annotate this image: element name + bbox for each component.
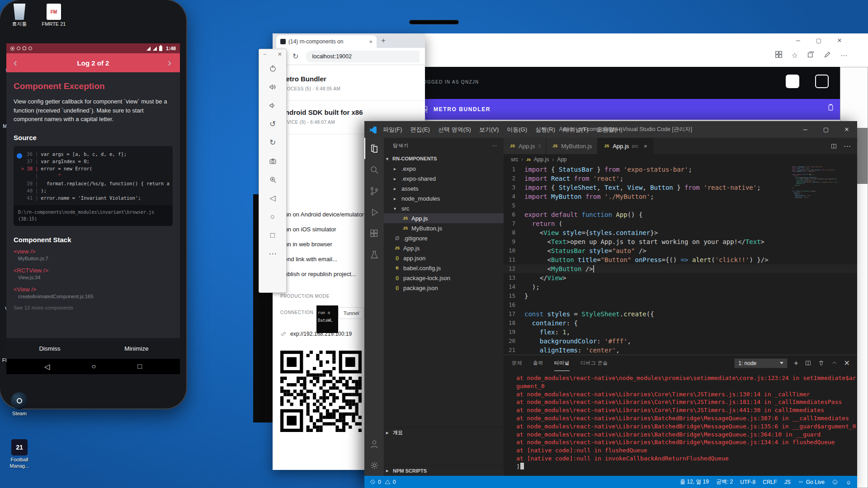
search-icon[interactable]	[364, 159, 384, 180]
home-button[interactable]: ○	[259, 207, 286, 226]
indentation[interactable]: 공백: 2	[716, 478, 733, 486]
warnings-indicator[interactable]: 0	[385, 479, 396, 485]
run-debug-icon[interactable]	[364, 202, 384, 223]
nav-overview-icon[interactable]: □	[137, 362, 142, 371]
desktop-icon-recycle[interactable]: 휴지통	[2, 4, 37, 28]
next-log-icon[interactable]: ›	[168, 57, 173, 68]
annotate-pen-icon[interactable]	[824, 51, 831, 60]
errors-indicator[interactable]: 0	[370, 479, 381, 485]
minimize-button[interactable]: Minimize	[93, 345, 180, 352]
minimize-icon[interactable]: ─	[788, 33, 808, 47]
terminal-select[interactable]: 1: node	[734, 358, 788, 368]
more-actions-icon[interactable]: ⋯	[844, 142, 851, 150]
breadcrumb-item[interactable]: App.js	[534, 156, 549, 163]
test-flask-icon[interactable]	[364, 244, 384, 265]
power-button[interactable]	[259, 59, 286, 78]
encoding[interactable]: UTF-8	[740, 479, 755, 485]
panel-tab-디버그 콘솔[interactable]: 디버그 콘솔	[580, 355, 608, 371]
terminal-output[interactable]: at node_modules\react-native\node_module…	[516, 374, 857, 474]
overview-button[interactable]: □	[259, 226, 286, 244]
menu-선택 영역(S)[interactable]: 선택 영역(S)	[434, 126, 475, 133]
metro-bundler-bar[interactable]: METRO BUNDLER	[415, 99, 868, 120]
npm-scripts-section[interactable]: ▸ NPM SCRIPTS	[384, 465, 504, 476]
maximize-panel-icon[interactable]	[831, 360, 838, 366]
extensions-icon[interactable]	[364, 223, 384, 244]
more-options-button[interactable]: ⋯	[259, 244, 286, 263]
minimize-icon[interactable]: −	[263, 51, 266, 57]
refresh-icon[interactable]: ↻	[292, 52, 298, 61]
devtools-qr-icon[interactable]	[815, 75, 829, 88]
volume-up-button[interactable]	[259, 78, 286, 96]
settings-gear-icon[interactable]	[364, 455, 384, 476]
collections-icon[interactable]	[807, 51, 815, 60]
breadcrumb-item[interactable]: src	[511, 156, 518, 163]
rotate-right-button[interactable]: ↻	[259, 133, 286, 152]
desktop-icon-fmrte[interactable]: FMFMRTE 21	[36, 4, 71, 28]
editor-tab-App.js[interactable]: JSApp.js.\	[504, 138, 546, 154]
editor-tab-MyButton.js[interactable]: JSMyButton.js	[546, 138, 598, 154]
account-icon[interactable]	[364, 433, 384, 455]
close-tab-icon[interactable]: ×	[644, 143, 647, 150]
rotate-left-button[interactable]: ↺	[259, 115, 286, 133]
breadcrumb-item[interactable]: App	[557, 156, 566, 163]
explorer-item-MyButton.js[interactable]: JSMyButton.js	[384, 223, 504, 233]
dismiss-button[interactable]: Dismiss	[6, 345, 93, 352]
feedback-smiley-icon[interactable]	[832, 479, 838, 485]
stack-frame[interactable]: <view />MyButton.js:7	[14, 248, 173, 261]
language-mode[interactable]: JS	[784, 479, 791, 485]
address-bar[interactable]: localhost:19002	[306, 51, 420, 62]
explorer-item-.gitignore[interactable]: ∅.gitignore	[384, 233, 504, 243]
nav-back-icon[interactable]: ◁	[44, 362, 50, 371]
explorer-item-node_modules[interactable]: ▸node_modules	[384, 193, 504, 203]
stack-frame[interactable]: <RCTView />View.js:34	[14, 267, 173, 280]
new-tab-button[interactable]: +	[381, 36, 386, 45]
workspace-root[interactable]: ▾ RN-COMPONENTS	[384, 154, 504, 164]
panel-tab-문제[interactable]: 문제	[512, 355, 522, 371]
maximize-icon[interactable]: ▢	[808, 33, 829, 47]
outline-section[interactable]: ▸ 개요	[384, 427, 504, 438]
split-terminal-icon[interactable]	[805, 360, 811, 366]
desktop-icon-fm21[interactable]: 21Football Manag...	[2, 439, 37, 469]
volume-down-button[interactable]	[259, 96, 286, 115]
explorer-item-package-lock.json[interactable]: {}package-lock.json	[384, 273, 504, 283]
explorer-item-src[interactable]: ▾src	[384, 203, 504, 213]
menu-편집(E)[interactable]: 편집(E)	[406, 126, 434, 133]
source-file-path[interactable]: D:\rn-components\node_modules\invariant\…	[14, 205, 173, 226]
tab-close-icon[interactable]: ×	[369, 38, 373, 45]
previous-log-icon[interactable]: ‹	[14, 57, 19, 68]
menu-보기(V)[interactable]: 보기(V)	[475, 126, 503, 133]
breadcrumb[interactable]: src›JSApp.js›App	[504, 154, 857, 165]
panel-tab-출력[interactable]: 출력	[533, 355, 543, 371]
favorites-star-icon[interactable]: ☆	[792, 51, 798, 60]
stack-frame[interactable]: <View />createAnimatedComponent.js:165	[14, 286, 173, 299]
explorer-item-babel.config.js[interactable]: Bbabel.config.js	[384, 263, 504, 273]
close-icon[interactable]: ✕	[829, 33, 850, 47]
explorer-item-App.js[interactable]: JSApp.js	[384, 243, 504, 253]
cursor-position[interactable]: 줄 12, 열 19	[680, 478, 709, 486]
menu-실행(R)[interactable]: 실행(R)	[531, 126, 559, 133]
back-button[interactable]: ◁	[259, 189, 286, 207]
sidebar-more-icon[interactable]: ⋯	[492, 143, 497, 149]
devtools-user-icon[interactable]	[786, 75, 799, 88]
split-editor-icon[interactable]	[830, 143, 837, 150]
new-terminal-icon[interactable]: +	[794, 359, 798, 367]
notifications-bell-icon[interactable]	[845, 479, 852, 485]
explorer-item-app.json[interactable]: {}app.json	[384, 253, 504, 263]
maximize-icon[interactable]: ▢	[816, 121, 836, 138]
explorer-icon[interactable]	[364, 138, 384, 159]
screenshot-camera-button[interactable]	[259, 152, 286, 170]
editor-tab-App.js[interactable]: JSApp.jssrc×	[598, 138, 653, 154]
browser-tab[interactable]: (14) rn-components on ×	[276, 35, 377, 48]
menu-이동(G)[interactable]: 이동(G)	[503, 126, 531, 133]
explorer-item-.expo-shared[interactable]: ▸.expo-shared	[384, 174, 504, 183]
explorer-item-.expo[interactable]: ▸.expo	[384, 164, 504, 174]
nav-home-icon[interactable]: ○	[91, 362, 96, 371]
menu-파일(F)[interactable]: 파일(F)	[379, 126, 406, 133]
close-panel-icon[interactable]: ✕	[844, 359, 850, 367]
explorer-item-assets[interactable]: ▸assets	[384, 183, 504, 193]
more-components-label[interactable]: See 12 more components	[14, 305, 173, 310]
desktop-icon-steam[interactable]: Steam	[2, 392, 37, 417]
explorer-item-App.js[interactable]: JSApp.js	[384, 213, 504, 223]
panel-tab-터미널[interactable]: 터미널	[554, 355, 570, 371]
cmd-window-patch[interactable]: run o DataWL	[316, 305, 338, 333]
